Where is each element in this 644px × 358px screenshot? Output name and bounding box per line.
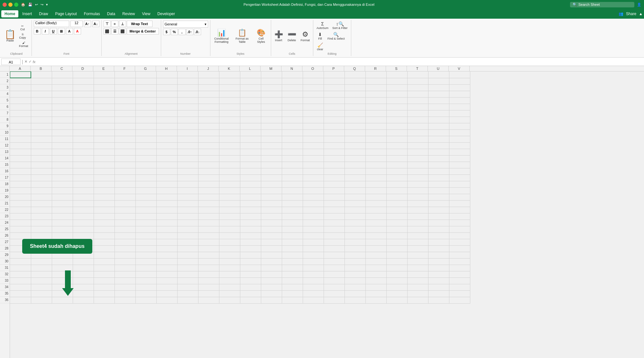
cell-B22[interactable] <box>31 207 52 213</box>
cell-M17[interactable] <box>261 174 282 181</box>
cell-P36[interactable] <box>324 297 345 303</box>
cell-J1[interactable] <box>198 71 219 78</box>
row-number-5[interactable]: 5 <box>0 97 10 104</box>
cell-V19[interactable] <box>449 187 470 194</box>
cell-O30[interactable] <box>303 258 324 265</box>
cell-A1[interactable] <box>10 71 31 78</box>
cell-O20[interactable] <box>303 194 324 200</box>
cell-U8[interactable] <box>428 117 449 123</box>
cell-L5[interactable] <box>240 97 261 104</box>
cell-A4[interactable] <box>10 91 31 97</box>
cell-V26[interactable] <box>449 232 470 239</box>
cell-S14[interactable] <box>386 155 407 162</box>
cell-A15[interactable] <box>10 162 31 168</box>
cell-I24[interactable] <box>177 220 198 226</box>
align-top-button[interactable]: ⊤ <box>104 21 111 27</box>
cell-J16[interactable] <box>198 168 219 174</box>
cell-H34[interactable] <box>156 284 177 290</box>
cell-S7[interactable] <box>386 110 407 117</box>
cell-E5[interactable] <box>94 97 115 104</box>
cell-E21[interactable] <box>94 200 115 207</box>
cell-N8[interactable] <box>282 117 303 123</box>
cell-G8[interactable] <box>135 117 156 123</box>
cell-L26[interactable] <box>240 232 261 239</box>
row-number-23[interactable]: 23 <box>0 213 10 220</box>
cell-S35[interactable] <box>386 290 407 297</box>
cell-I20[interactable] <box>177 194 198 200</box>
cell-K19[interactable] <box>219 187 240 194</box>
cell-T35[interactable] <box>407 290 428 297</box>
cell-S11[interactable] <box>386 136 407 142</box>
cell-P17[interactable] <box>324 174 345 181</box>
cell-L22[interactable] <box>240 207 261 213</box>
wrap-text-button[interactable]: Wrap Text <box>127 21 152 27</box>
cell-P26[interactable] <box>324 232 345 239</box>
cell-H1[interactable] <box>156 71 177 78</box>
cell-B5[interactable] <box>31 97 52 104</box>
cell-U20[interactable] <box>428 194 449 200</box>
cell-P31[interactable] <box>324 265 345 271</box>
cell-E22[interactable] <box>94 207 115 213</box>
cell-R5[interactable] <box>365 97 386 104</box>
cell-R36[interactable] <box>365 297 386 303</box>
cell-F13[interactable] <box>115 149 135 155</box>
cell-R15[interactable] <box>365 162 386 168</box>
cell-U3[interactable] <box>428 84 449 91</box>
cell-Q21[interactable] <box>345 200 365 207</box>
cell-G35[interactable] <box>135 290 156 297</box>
cell-M19[interactable] <box>261 187 282 194</box>
cell-H3[interactable] <box>156 84 177 91</box>
cell-N25[interactable] <box>282 226 303 232</box>
cell-J10[interactable] <box>198 129 219 136</box>
cell-I22[interactable] <box>177 207 198 213</box>
cell-F33[interactable] <box>115 278 135 284</box>
font-size-input[interactable]: 12 <box>70 21 83 27</box>
cell-Q3[interactable] <box>345 84 365 91</box>
cell-T27[interactable] <box>407 239 428 245</box>
row-number-35[interactable]: 35 <box>0 290 10 297</box>
menu-page-layout[interactable]: Page Layout <box>52 10 80 17</box>
cell-B33[interactable] <box>31 278 52 284</box>
cell-J15[interactable] <box>198 162 219 168</box>
number-format-dropdown[interactable]: General ▾ <box>163 21 208 28</box>
cell-U7[interactable] <box>428 110 449 117</box>
cell-M35[interactable] <box>261 290 282 297</box>
cell-P19[interactable] <box>324 187 345 194</box>
col-header-r[interactable]: R <box>365 66 386 71</box>
cell-V4[interactable] <box>449 91 470 97</box>
cell-V24[interactable] <box>449 220 470 226</box>
cell-O14[interactable] <box>303 155 324 162</box>
cell-P30[interactable] <box>324 258 345 265</box>
cell-V25[interactable] <box>449 226 470 232</box>
row-number-21[interactable]: 21 <box>0 200 10 207</box>
cell-B12[interactable] <box>31 142 52 149</box>
cell-L4[interactable] <box>240 91 261 97</box>
cell-M29[interactable] <box>261 252 282 258</box>
cell-O2[interactable] <box>303 78 324 84</box>
cell-I23[interactable] <box>177 213 198 220</box>
cell-C4[interactable] <box>52 91 73 97</box>
cell-P29[interactable] <box>324 252 345 258</box>
cell-R19[interactable] <box>365 187 386 194</box>
cell-C3[interactable] <box>52 84 73 91</box>
cell-F34[interactable] <box>115 284 135 290</box>
cell-K8[interactable] <box>219 117 240 123</box>
cell-M21[interactable] <box>261 200 282 207</box>
cell-S20[interactable] <box>386 194 407 200</box>
cell-G16[interactable] <box>135 168 156 174</box>
cell-J20[interactable] <box>198 194 219 200</box>
cell-R12[interactable] <box>365 142 386 149</box>
cell-B34[interactable] <box>31 284 52 290</box>
cell-H9[interactable] <box>156 123 177 129</box>
row-number-10[interactable]: 10 <box>0 129 10 136</box>
cell-T22[interactable] <box>407 207 428 213</box>
cell-T16[interactable] <box>407 168 428 174</box>
cell-C12[interactable] <box>52 142 73 149</box>
cell-G27[interactable] <box>135 239 156 245</box>
cell-U24[interactable] <box>428 220 449 226</box>
cell-B4[interactable] <box>31 91 52 97</box>
cell-S27[interactable] <box>386 239 407 245</box>
cell-A22[interactable] <box>10 207 31 213</box>
col-header-d[interactable]: D <box>72 66 93 71</box>
cell-P33[interactable] <box>324 278 345 284</box>
